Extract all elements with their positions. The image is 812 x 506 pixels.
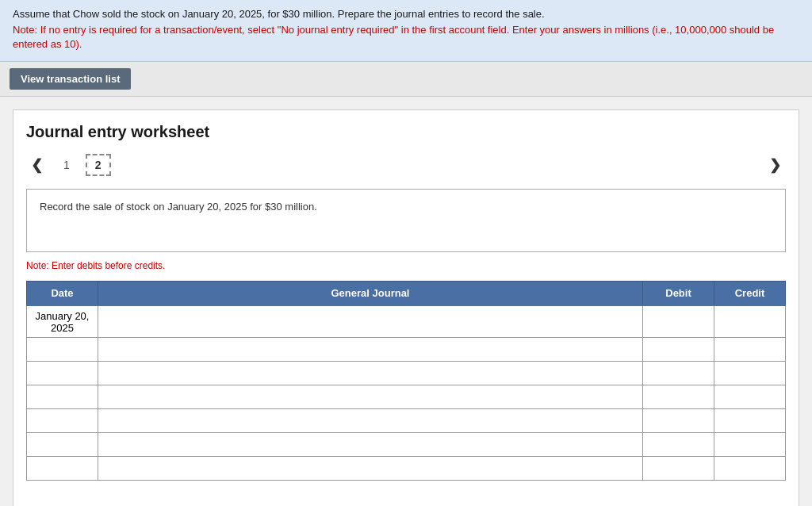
table-row bbox=[27, 338, 786, 362]
debit-cell-0[interactable] bbox=[643, 305, 714, 338]
journal-table: Date General Journal Debit Credit Januar… bbox=[26, 281, 786, 481]
debit-input-1[interactable] bbox=[643, 338, 714, 361]
view-transaction-button[interactable]: View transaction list bbox=[10, 68, 131, 90]
general-journal-cell-6[interactable] bbox=[98, 457, 643, 481]
debit-cell-5[interactable] bbox=[643, 433, 714, 457]
credit-input-2[interactable] bbox=[714, 362, 785, 385]
col-header-general-journal: General Journal bbox=[98, 282, 643, 306]
general-journal-cell-5[interactable] bbox=[98, 433, 643, 457]
main-content: Journal entry worksheet ❮ 1 2 ❯ Record t… bbox=[13, 109, 799, 506]
date-cell-0: January 20, 2025 bbox=[27, 305, 98, 338]
general-journal-input-1[interactable] bbox=[98, 338, 642, 361]
table-note: Note: Enter debits before credits. bbox=[26, 260, 786, 271]
general-journal-input-4[interactable] bbox=[98, 409, 642, 432]
table-row bbox=[27, 409, 786, 433]
table-row bbox=[27, 385, 786, 409]
credit-cell-3[interactable] bbox=[714, 385, 786, 409]
date-cell-3 bbox=[27, 385, 98, 409]
general-journal-input-5[interactable] bbox=[98, 433, 642, 456]
credit-cell-2[interactable] bbox=[714, 362, 786, 385]
credit-input-1[interactable] bbox=[714, 338, 785, 361]
table-row bbox=[27, 457, 786, 481]
general-journal-cell-0[interactable] bbox=[98, 305, 643, 338]
col-header-debit: Debit bbox=[643, 282, 714, 306]
general-journal-input-6[interactable] bbox=[98, 457, 642, 480]
table-row: January 20, 2025 bbox=[27, 305, 786, 338]
credit-input-5[interactable] bbox=[714, 433, 785, 456]
date-cell-2 bbox=[27, 362, 98, 385]
worksheet-title: Journal entry worksheet bbox=[26, 123, 786, 141]
date-cell-1 bbox=[27, 338, 98, 362]
debit-input-4[interactable] bbox=[643, 409, 714, 432]
col-header-credit: Credit bbox=[714, 282, 786, 306]
banner-note-text: Note: If no entry is required for a tran… bbox=[13, 23, 799, 52]
debit-input-5[interactable] bbox=[643, 433, 714, 456]
credit-cell-5[interactable] bbox=[714, 433, 786, 457]
credit-cell-4[interactable] bbox=[714, 409, 786, 433]
top-banner: Assume that Chow sold the stock on Janua… bbox=[0, 0, 812, 62]
debit-cell-3[interactable] bbox=[643, 385, 714, 409]
debit-cell-6[interactable] bbox=[643, 457, 714, 481]
date-cell-4 bbox=[27, 409, 98, 433]
debit-cell-2[interactable] bbox=[643, 362, 714, 385]
general-journal-cell-3[interactable] bbox=[98, 385, 643, 409]
debit-cell-4[interactable] bbox=[643, 409, 714, 433]
general-journal-cell-2[interactable] bbox=[98, 362, 643, 385]
credit-cell-0[interactable] bbox=[714, 305, 786, 338]
page-1-number[interactable]: 1 bbox=[57, 155, 76, 174]
debit-cell-1[interactable] bbox=[643, 338, 714, 362]
credit-input-0[interactable] bbox=[714, 306, 785, 337]
credit-input-3[interactable] bbox=[714, 385, 785, 408]
table-row bbox=[27, 433, 786, 457]
next-page-button[interactable]: ❯ bbox=[764, 155, 786, 175]
debit-input-0[interactable] bbox=[643, 306, 714, 337]
credit-input-4[interactable] bbox=[714, 409, 785, 432]
debit-input-2[interactable] bbox=[643, 362, 714, 385]
debit-input-3[interactable] bbox=[643, 385, 714, 408]
prev-page-button[interactable]: ❮ bbox=[26, 155, 48, 175]
page-2-number-active[interactable]: 2 bbox=[86, 154, 111, 176]
general-journal-input-2[interactable] bbox=[98, 362, 642, 385]
general-journal-input-3[interactable] bbox=[98, 385, 642, 408]
date-cell-6 bbox=[27, 457, 98, 481]
toolbar: View transaction list bbox=[0, 62, 812, 97]
date-cell-5 bbox=[27, 433, 98, 457]
banner-main-text: Assume that Chow sold the stock on Janua… bbox=[13, 8, 799, 20]
general-journal-cell-1[interactable] bbox=[98, 338, 643, 362]
general-journal-input-0[interactable] bbox=[98, 306, 642, 337]
description-box: Record the sale of stock on January 20, … bbox=[26, 189, 786, 252]
general-journal-cell-4[interactable] bbox=[98, 409, 643, 433]
col-header-date: Date bbox=[27, 282, 98, 306]
credit-cell-1[interactable] bbox=[714, 338, 786, 362]
credit-input-6[interactable] bbox=[714, 457, 785, 480]
credit-cell-6[interactable] bbox=[714, 457, 786, 481]
table-row bbox=[27, 362, 786, 385]
debit-input-6[interactable] bbox=[643, 457, 714, 480]
pagination: ❮ 1 2 ❯ bbox=[26, 154, 786, 176]
